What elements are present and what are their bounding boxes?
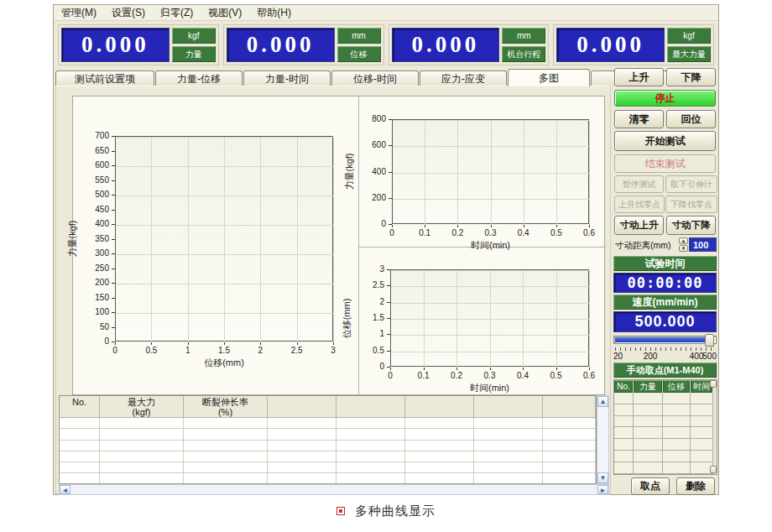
down-button[interactable]: 下降 [666,68,716,86]
results-cell [336,418,405,429]
results-header-3 [268,396,336,418]
tab-5[interactable]: 多图 [508,69,590,86]
results-horizontal-scrollbar[interactable]: ◄ ► [59,484,609,495]
manual-points-row-3 [614,427,717,439]
scroll-left-icon[interactable]: ◄ [60,485,70,494]
results-cell [268,462,336,473]
results-vertical-scrollbar[interactable]: ▲ ▼ [597,395,609,484]
clear-zero-button[interactable]: 清零 [614,110,664,128]
results-header-line1: No. [60,397,99,407]
results-cell [543,462,596,473]
chart-0-gridline [116,254,334,255]
results-cell [543,441,596,451]
chart-0-ytick-label: 200 [81,279,109,287]
chart-0-ytick [112,224,115,225]
chart-1-xtick-label: 0.5 [544,229,569,237]
chart-1-ytick [389,224,392,225]
chart-1-ytick-label: 400 [357,168,386,176]
chart-0-ytick-label: 500 [81,190,109,199]
results-cell [474,462,543,473]
chart-1-ytick [389,145,392,146]
menu-item-3[interactable]: 视图(V) [201,5,249,20]
results-cell [268,451,336,462]
chart-2-xtick-label: 0.6 [576,372,602,380]
results-header-line2: (kgf) [100,407,183,417]
results-cell [184,441,268,451]
manual-points-scrollbar[interactable] [710,380,717,474]
results-cell [184,451,268,462]
start-test-button[interactable]: 开始测试 [614,131,716,151]
delete-point-button[interactable]: 删除 [676,477,715,495]
results-cell [336,473,405,484]
chart-0-ytick [112,210,115,211]
results-cell [474,429,543,440]
chart-1-xtick [491,225,492,227]
display-group-2: 0.000mm机台行程 [389,24,550,65]
results-cell [60,462,100,473]
scroll-down-icon[interactable]: ▼ [597,472,608,483]
chart-0-gridline [116,166,334,167]
chart-0-ytick [112,151,115,152]
stop-button[interactable]: 停止 [614,90,716,107]
app-window: 管理(M)设置(S)归零(Z)视图(V)帮助(H) 0.000kgf力量0.00… [53,4,719,495]
return-button[interactable]: 回位 [666,110,716,128]
tab-2[interactable]: 力量-时间 [243,70,331,86]
results-header-5 [405,396,474,418]
tab-1[interactable]: 力量-位移 [155,70,243,86]
manual-points-cell [634,462,663,474]
tab-4[interactable]: 应力-应变 [420,70,507,86]
speed-slider-thumb[interactable] [705,334,714,347]
results-cell [474,441,543,451]
pause-test-button: 暂停测试 [614,175,664,193]
chart-0-ytick [112,180,115,181]
manual-points-cell [614,427,634,439]
chart-1-xlabel: 时间(min) [441,239,541,252]
scroll-up-icon[interactable]: ▲ [597,396,608,407]
menu-item-2[interactable]: 归零(Z) [153,5,201,20]
chart-1-gridline [393,120,590,121]
chart-2-xtick-label: 0.4 [510,372,535,380]
spin-down-icon[interactable]: ▼ [679,245,688,252]
manual-points-col-2: 位移 [663,380,690,393]
jog-up-button[interactable]: 寸动上升 [614,216,664,235]
chart-0-ytick-label: 600 [81,161,109,170]
menu-item-4[interactable]: 帮助(H) [249,5,299,20]
manual-points-row-4 [614,439,717,451]
chart-0-ytick [112,253,115,254]
chart-2-xtick [390,368,391,370]
chart-1-xtick-label: 0.1 [412,229,437,237]
slider-labels: 20200400500 [613,352,717,361]
menu-item-0[interactable]: 管理(M) [54,5,104,20]
results-cell [60,473,100,484]
chart-0-xtick-label: 0 [102,347,128,355]
red-square-bullet-icon [336,507,345,515]
speed-slider[interactable] [613,336,717,344]
chart-2-xtick-label: 0.1 [411,372,436,380]
chart-2-xtick-label: 0 [378,372,403,380]
jog-distance-input[interactable]: 100 [689,237,717,252]
mini-scroll-up-icon[interactable] [710,380,717,388]
menu-item-1[interactable]: 设置(S) [104,5,153,20]
jog-down-button[interactable]: 寸动下降 [666,216,716,235]
up-button[interactable]: 上升 [614,68,664,86]
chart-0-ytick-label: 250 [81,264,109,273]
tab-3[interactable]: 位移-时间 [331,70,419,86]
mini-scroll-down-icon[interactable] [710,466,717,473]
chart-0-xtick-label: 1 [175,347,201,355]
chart-0-ytick-label: 150 [81,294,109,302]
pick-point-button[interactable]: 取点 [631,477,670,495]
scroll-right-icon[interactable]: ► [597,485,608,494]
tab-0[interactable]: 测试前设置项 [55,70,154,86]
chart-2-ytick [387,285,390,286]
end-test-button: 结束测试 [614,154,716,173]
results-cell [336,429,405,440]
lcd-value-2: 0.000 [392,28,500,62]
slider-label-400: 400 [690,352,704,361]
chart-0-gridline [333,137,334,342]
results-cell [474,418,543,429]
chart-2-xtick [523,368,524,370]
spin-up-icon[interactable]: ▲ [679,237,688,244]
results-cell [100,462,184,473]
results-cell [336,462,405,473]
jog-distance-spinner[interactable]: ▲ ▼ [679,237,688,252]
